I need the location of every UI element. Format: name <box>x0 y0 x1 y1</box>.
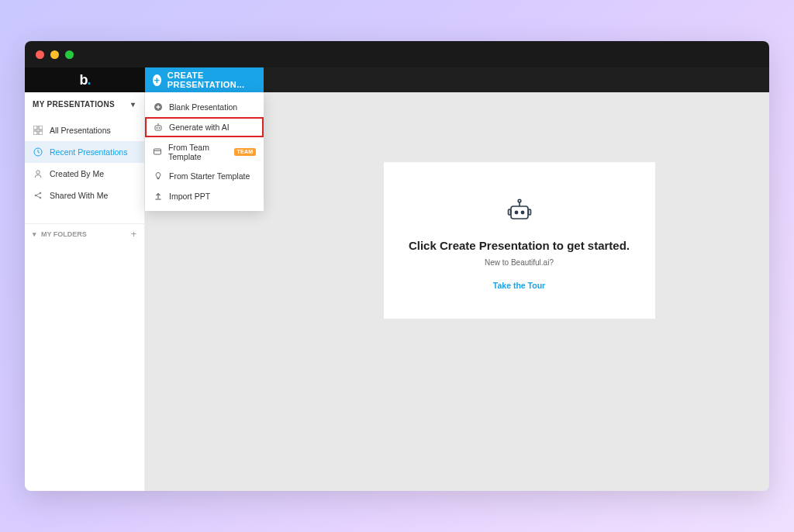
dropdown-item-label: Generate with AI <box>169 123 230 132</box>
app-logo: b. <box>79 72 90 88</box>
svg-rect-2 <box>33 131 37 135</box>
dropdown-item-label: From Team Template <box>168 143 228 161</box>
app-window: b. + CREATE PRESENTATION... MY PRESENTAT… <box>25 41 769 491</box>
grid-icon <box>33 125 43 136</box>
create-presentation-label: CREATE PRESENTATION... <box>167 71 251 89</box>
robot-large-icon <box>506 197 533 225</box>
add-folder-button[interactable]: + <box>131 229 136 240</box>
svg-rect-0 <box>33 126 37 130</box>
card-title: Click Create Presentation to get started… <box>399 239 640 252</box>
window-minimize-icon[interactable] <box>50 50 59 59</box>
team-template-icon <box>153 147 162 157</box>
svg-rect-25 <box>528 209 530 215</box>
dropdown-item-blank-presentation[interactable]: Blank Presentation <box>145 97 264 117</box>
svg-rect-10 <box>155 126 161 130</box>
card-subtitle: New to Beautiful.ai? <box>399 258 640 267</box>
svg-rect-15 <box>154 149 161 154</box>
window-titlebar <box>25 41 769 67</box>
svg-rect-24 <box>508 209 510 215</box>
plus-icon: + <box>153 74 161 86</box>
window-close-icon[interactable] <box>36 50 44 59</box>
clock-icon <box>33 147 43 157</box>
svg-rect-19 <box>511 206 528 219</box>
sidebar-item-label: Created By Me <box>50 169 104 178</box>
robot-icon <box>153 123 163 133</box>
app-body: MY PRESENTATIONS ▾ All Presentations Rec… <box>25 92 769 491</box>
team-badge: TEAM <box>234 148 256 156</box>
getting-started-card: Click Create Presentation to get started… <box>384 162 655 319</box>
sidebar-nav: All Presentations Recent Presentations C… <box>25 116 144 209</box>
window-maximize-icon[interactable] <box>65 50 74 59</box>
dropdown-item-label: From Starter Template <box>169 171 250 181</box>
svg-rect-1 <box>39 126 43 130</box>
sidebar-item-label: Recent Presentations <box>50 147 127 157</box>
sidebar-item-shared-with-me[interactable]: Shared With Me <box>25 185 144 206</box>
sidebar-item-recent-presentations[interactable]: Recent Presentations <box>25 141 144 163</box>
sidebar-item-label: Shared With Me <box>50 191 108 200</box>
lightbulb-icon <box>153 171 163 181</box>
dropdown-item-import-ppt[interactable]: Import PPT <box>145 186 264 206</box>
dropdown-item-label: Blank Presentation <box>169 102 237 112</box>
svg-point-21 <box>520 211 524 215</box>
sidebar-folders-label: MY FOLDERS <box>41 230 87 238</box>
chevron-down-icon: ▾ <box>131 100 135 109</box>
create-presentation-button[interactable]: + CREATE PRESENTATION... <box>145 67 264 92</box>
sidebar-item-label: All Presentations <box>50 126 111 135</box>
sidebar-folders-header[interactable]: ▾ MY FOLDERS + <box>25 223 144 244</box>
svg-point-23 <box>518 199 521 202</box>
create-dropdown-menu: Blank Presentation Generate with AI From… <box>145 92 264 211</box>
dropdown-item-from-starter-template[interactable]: From Starter Template <box>145 166 264 186</box>
dropdown-item-generate-with-ai[interactable]: Generate with AI <box>145 117 264 137</box>
svg-rect-3 <box>39 131 43 135</box>
sidebar-header-label: MY PRESENTATIONS <box>33 100 115 109</box>
svg-point-11 <box>156 127 157 129</box>
svg-point-14 <box>157 123 158 124</box>
svg-point-12 <box>158 127 160 129</box>
sidebar-item-created-by-me[interactable]: Created By Me <box>25 163 144 185</box>
user-icon <box>33 168 43 179</box>
share-icon <box>33 190 43 201</box>
logo-box[interactable]: b. <box>25 67 145 92</box>
upload-icon <box>153 192 163 202</box>
sidebar-item-all-presentations[interactable]: All Presentations <box>25 119 144 141</box>
svg-point-5 <box>36 171 40 174</box>
plus-circle-icon <box>153 102 163 112</box>
caret-icon: ▾ <box>33 230 36 238</box>
dropdown-item-label: Import PPT <box>169 192 210 201</box>
sidebar: MY PRESENTATIONS ▾ All Presentations Rec… <box>25 92 145 491</box>
svg-point-20 <box>514 211 518 215</box>
dropdown-item-from-team-template[interactable]: From Team Template TEAM <box>145 137 264 166</box>
sidebar-header[interactable]: MY PRESENTATIONS ▾ <box>25 92 144 116</box>
take-the-tour-link[interactable]: Take the Tour <box>493 281 545 290</box>
app-topbar: b. + CREATE PRESENTATION... <box>25 67 769 92</box>
